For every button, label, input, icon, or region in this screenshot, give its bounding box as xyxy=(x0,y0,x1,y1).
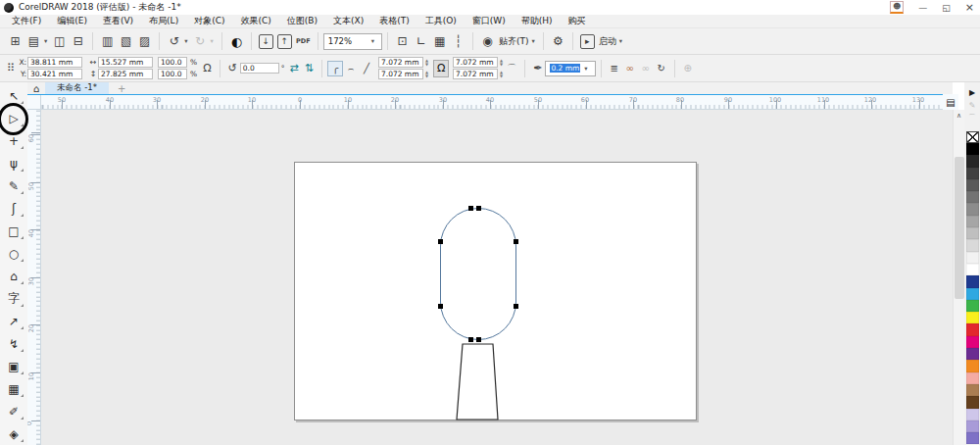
relative-corner-scaling-icon[interactable]: ⌒ xyxy=(504,61,519,76)
menu-item[interactable]: 布局(L) xyxy=(141,15,186,27)
palette-swatch[interactable] xyxy=(966,264,979,275)
text-tool-icon[interactable]: 字 xyxy=(2,287,25,310)
palette-swatch[interactable] xyxy=(966,252,979,264)
palette-swatch[interactable] xyxy=(966,179,979,191)
link-icon[interactable]: ∞ xyxy=(622,61,638,76)
selection-node[interactable] xyxy=(476,337,481,342)
freehand-tool-icon[interactable]: ✎ xyxy=(2,174,25,197)
redo-dropdown-icon[interactable]: ▾ xyxy=(211,37,214,45)
horizontal-ruler[interactable]: 5040302010010203040506070809010011012013… xyxy=(41,95,943,110)
snap-icon[interactable]: ◉ xyxy=(478,31,497,51)
menu-item[interactable]: 对象(C) xyxy=(186,15,232,27)
menu-item[interactable]: 工具(O) xyxy=(417,15,465,27)
crop-tool-icon[interactable]: + xyxy=(2,129,25,152)
palette-swatch[interactable] xyxy=(966,143,979,155)
selection-node[interactable] xyxy=(514,304,518,309)
menu-item[interactable]: 表格(T) xyxy=(371,15,417,27)
zoom-level-combo[interactable]: 172% ▾ xyxy=(323,33,382,50)
chamfered-corner-button[interactable]: ╱ xyxy=(359,61,374,76)
redo-icon[interactable]: ↻ xyxy=(191,31,210,51)
corner-tl-stepper[interactable]: ▲▼ xyxy=(425,59,428,67)
new-document-icon[interactable]: ⊞ xyxy=(6,31,24,51)
corner-bl-stepper[interactable]: ▲▼ xyxy=(425,71,428,78)
menu-item[interactable]: 文本(X) xyxy=(325,15,371,27)
palette-swatch[interactable] xyxy=(966,203,979,215)
corner-radius-tr-field[interactable]: 7.072 mm xyxy=(453,57,498,68)
selection-node[interactable] xyxy=(514,239,518,244)
selection-node[interactable] xyxy=(468,337,473,342)
palette-arc-icon[interactable]: ⌒ xyxy=(968,112,976,124)
menu-item[interactable]: 文件(F) xyxy=(4,15,49,27)
open-dropdown-icon[interactable]: ▾ xyxy=(44,37,47,45)
export-icon[interactable]: ↑ xyxy=(277,34,292,49)
palette-swatch[interactable] xyxy=(966,384,979,396)
print-icon[interactable]: ⊟ xyxy=(69,31,87,51)
pick-tool-icon[interactable]: ↖ xyxy=(2,84,25,107)
bezier-tool-icon[interactable]: ʃ xyxy=(2,197,25,220)
object-height-field[interactable]: 27.825 mm xyxy=(98,69,153,79)
publish-pdf-icon[interactable]: PDF xyxy=(294,31,313,51)
selected-capsule-shape[interactable] xyxy=(440,208,516,340)
palette-swatch[interactable] xyxy=(966,168,979,179)
corner-radius-bl-field[interactable]: 7.072 mm xyxy=(378,69,423,79)
selection-node[interactable] xyxy=(476,206,481,211)
palette-flyout-icon[interactable]: ▶ xyxy=(969,86,975,99)
import-icon[interactable]: ↓ xyxy=(259,34,273,49)
scale-x-field[interactable]: 100.0 xyxy=(158,57,187,68)
palette-swatch[interactable] xyxy=(966,396,979,408)
menu-item[interactable]: 查看(V) xyxy=(95,15,141,27)
palette-swatch[interactable] xyxy=(966,216,979,227)
palette-swatch[interactable] xyxy=(966,420,979,432)
close-button[interactable]: × xyxy=(965,1,974,14)
zoom-dropdown-icon[interactable]: ▾ xyxy=(371,37,374,45)
palette-swatch[interactable] xyxy=(966,239,979,251)
welcome-home-icon[interactable]: ⌂ xyxy=(27,82,45,94)
palette-swatch[interactable] xyxy=(966,348,979,360)
dimension-tool-icon[interactable]: ↗ xyxy=(2,310,25,332)
restore-button[interactable]: ◱ xyxy=(942,3,951,13)
no-color-swatch[interactable] xyxy=(966,131,979,143)
rectangle-tool-icon[interactable]: □ xyxy=(2,220,25,242)
y-position-field[interactable]: 30.421 mm xyxy=(27,69,82,79)
save-icon[interactable]: ◫ xyxy=(50,31,69,51)
fullscreen-preview-icon[interactable]: ⊡ xyxy=(393,31,412,51)
selection-node[interactable] xyxy=(468,206,473,211)
palette-swatch[interactable] xyxy=(966,360,979,371)
palette-swatch[interactable] xyxy=(966,227,979,239)
ellipse-tool-icon[interactable]: ○ xyxy=(2,242,25,265)
palette-swatch[interactable] xyxy=(966,275,979,287)
drawing-canvas[interactable] xyxy=(41,110,953,445)
ruler-settings-icon[interactable]: ▤ xyxy=(943,94,958,110)
snap-dropdown-icon[interactable]: ▾ xyxy=(532,37,535,45)
palette-swatch[interactable] xyxy=(966,323,979,335)
scale-y-field[interactable]: 100.0 xyxy=(158,69,187,79)
mirror-horizontal-icon[interactable]: ⇄ xyxy=(290,62,299,74)
menu-item[interactable]: 编辑(E) xyxy=(49,15,95,27)
duplicate-icon[interactable]: ▨ xyxy=(135,31,154,51)
round-corner-button[interactable]: ╭ xyxy=(327,61,343,76)
palette-swatch[interactable] xyxy=(966,336,979,348)
palette-swatch[interactable] xyxy=(966,191,979,203)
palette-swatch[interactable] xyxy=(966,372,979,384)
paste-icon[interactable]: ▥ xyxy=(98,31,117,51)
fill-tool-icon[interactable]: ◈ xyxy=(2,422,25,445)
account-button[interactable]: ☻ xyxy=(890,1,904,14)
corner-radius-br-field[interactable]: 7.072 mm xyxy=(453,69,498,79)
lock-ratio-icon[interactable]: Ω xyxy=(203,62,211,74)
outline-width-dropdown-icon[interactable]: ▾ xyxy=(584,65,587,73)
corner-tr-stepper[interactable]: ▲▼ xyxy=(500,59,503,67)
scalloped-corner-button[interactable]: ⌢ xyxy=(343,61,359,76)
polygon-tool-icon[interactable]: ⌂ xyxy=(2,265,25,287)
outline-width-combo[interactable]: 0.2 mm ▾ xyxy=(545,61,595,76)
menu-item[interactable]: 购买 xyxy=(561,15,594,27)
corner-radius-tl-field[interactable]: 7.072 mm xyxy=(378,57,423,68)
convert-to-curves-icon[interactable]: ↻ xyxy=(654,61,669,76)
undo-dropdown-icon[interactable]: ▾ xyxy=(184,37,187,45)
welcome-screen-icon[interactable]: ◐ xyxy=(227,31,246,51)
unlink-icon[interactable]: ∞ xyxy=(638,61,654,76)
menu-item[interactable]: 效果(C) xyxy=(232,15,278,27)
launch-dropdown-icon[interactable]: ▾ xyxy=(619,37,622,45)
menu-item[interactable]: 帮助(H) xyxy=(514,15,561,27)
x-position-field[interactable]: 38.811 mm xyxy=(27,57,82,68)
snap-label[interactable]: 贴齐(T) xyxy=(499,35,529,48)
